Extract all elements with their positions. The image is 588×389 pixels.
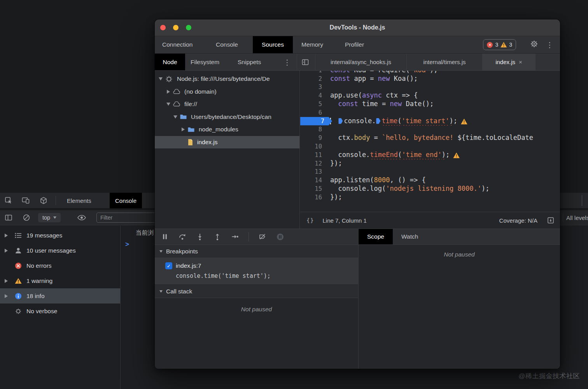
tab-elements[interactable]: Elements [61, 193, 97, 208]
sidebar-item-info[interactable]: 18 info [0, 288, 120, 304]
coverage-status: Coverage: N/A [499, 217, 537, 224]
tab-sources[interactable]: Sources [253, 36, 293, 53]
line-number[interactable]: 8 [300, 126, 327, 133]
code-token: Date(); [402, 100, 434, 108]
line-number[interactable]: 11 [300, 152, 327, 159]
line-number[interactable]: 10 [300, 143, 327, 150]
log-levels-dropdown[interactable]: All levels [566, 215, 588, 221]
close-tab-icon[interactable]: × [519, 59, 522, 65]
line-number[interactable]: 16 [300, 194, 327, 201]
line-number[interactable]: 2 [300, 75, 327, 82]
inline-warning-icon[interactable]: ! [453, 152, 460, 158]
breakpoint-entry[interactable]: ✓ index.js:7 console.time('time start'); [155, 258, 358, 285]
filter-input[interactable] [96, 213, 158, 223]
code-row: 15 console.log('nodejs listening 8000.')… [300, 185, 560, 193]
inline-warning-icon[interactable]: ! [461, 119, 467, 124]
tab-watch[interactable]: Watch [393, 229, 427, 244]
more-tabs-icon[interactable]: ⋮ [284, 58, 291, 66]
pause-script-icon[interactable] [161, 233, 169, 241]
console-sidebar: 19 messages 10 user messages No errors [0, 226, 121, 389]
device-toolbar-icon[interactable] [22, 197, 30, 204]
expand-arrow-icon[interactable] [5, 294, 10, 298]
window-titlebar[interactable]: DevTools - Node.js [155, 19, 560, 36]
tab-node[interactable]: Node [155, 54, 185, 70]
step-into-icon[interactable] [196, 233, 204, 241]
inline-breakpoint-marker[interactable] [338, 118, 343, 124]
navigator-toggle-icon[interactable] [301, 58, 309, 66]
expand-arrow-icon[interactable] [5, 234, 10, 237]
drawer-toggle-icon[interactable] [547, 216, 555, 224]
issues-badge[interactable]: × 3 ! 3 [483, 39, 516, 50]
settings-gear-icon[interactable] [530, 40, 538, 50]
line-number[interactable]: 15 [300, 185, 327, 192]
minimize-button[interactable] [173, 25, 178, 30]
line-number[interactable]: 13 [300, 168, 327, 175]
tab-scope[interactable]: Scope [359, 229, 393, 244]
collapse-arrow-icon[interactable] [173, 115, 178, 119]
expand-arrow-icon[interactable] [5, 279, 10, 283]
expand-arrow-icon[interactable] [5, 249, 10, 253]
line-number[interactable]: 4 [300, 92, 327, 99]
tab-timers-js[interactable]: internal/timers.js [407, 54, 483, 70]
expand-arrow-icon[interactable] [180, 127, 186, 131]
tab-memory[interactable]: Memory [301, 36, 323, 53]
tab-console[interactable]: Console [216, 36, 238, 53]
maximize-button[interactable] [186, 25, 191, 30]
inspect-element-icon[interactable] [5, 197, 12, 204]
tab-async-hooks-js[interactable]: internal/async_hooks.js [315, 54, 407, 70]
tab-index-js[interactable]: index.js × [483, 54, 536, 70]
code-editor[interactable]: 1const Koa = require('koa');2const app =… [300, 71, 560, 212]
line-number[interactable]: 6 [300, 109, 327, 116]
sidebar-item-warnings[interactable]: 1 warning [0, 273, 120, 288]
step-over-icon[interactable] [178, 233, 186, 241]
console-sidebar-toggle-icon[interactable] [5, 214, 12, 222]
collapse-arrow-icon[interactable] [166, 103, 171, 106]
line-number[interactable]: 3 [300, 84, 327, 91]
user-icon [14, 247, 22, 254]
code-row: 4app.use(async ctx => { [300, 91, 560, 100]
tree-item-index-js[interactable]: index.js [155, 136, 299, 149]
tab-snippets[interactable]: Snippets [238, 54, 261, 70]
tab-profiler[interactable]: Profiler [345, 36, 364, 53]
collapse-arrow-icon [159, 250, 163, 253]
sidebar-item-errors[interactable]: No errors [0, 258, 120, 273]
sidebar-item-verbose[interactable]: No verbose [0, 304, 120, 319]
tree-item-node-target[interactable]: Node.js: file:///Users/bytedance/De [155, 73, 299, 85]
more-options-icon[interactable]: ⋮ [546, 40, 553, 49]
line-number[interactable]: 14 [300, 177, 327, 184]
deactivate-breakpoints-icon[interactable] [259, 233, 266, 241]
expand-arrow-icon[interactable] [166, 90, 171, 94]
tab-filesystem[interactable]: Filesystem [191, 54, 219, 70]
breakpoints-section-header[interactable]: Breakpoints [155, 245, 358, 258]
line-number[interactable]: 12 [300, 160, 327, 167]
line-number[interactable]: 1 [300, 71, 327, 74]
line-number[interactable]: 9 [300, 134, 327, 141]
tab-connection[interactable]: Connection [162, 36, 192, 53]
pause-on-exceptions-icon[interactable] [276, 233, 284, 241]
close-button[interactable] [160, 25, 166, 30]
3d-view-icon[interactable] [40, 197, 47, 204]
clear-console-icon[interactable] [23, 214, 30, 222]
sidebar-item-user-messages[interactable]: 10 user messages [0, 243, 120, 258]
tree-item-no-domain[interactable]: (no domain) [155, 85, 299, 98]
code-line: app.use(async ctx => { [327, 91, 560, 100]
code-token: }); [330, 193, 342, 201]
javascript-context-dropdown[interactable]: top [38, 213, 61, 222]
active-line-number[interactable]: 7 [300, 117, 332, 126]
pretty-print-icon[interactable]: {} [306, 217, 314, 223]
step-icon[interactable] [231, 233, 239, 241]
code-token: `hello, bytedance! [382, 134, 457, 141]
live-expression-eye-icon[interactable] [77, 215, 86, 221]
step-out-icon[interactable] [214, 233, 221, 241]
callstack-section-header[interactable]: Call stack [155, 285, 358, 298]
console-chevron-icon[interactable]: > [125, 241, 129, 248]
line-number[interactable]: 5 [300, 101, 327, 108]
sidebar-item-messages[interactable]: 19 messages [0, 228, 120, 243]
tree-item-file-protocol[interactable]: file:// [155, 98, 299, 111]
collapse-arrow-icon[interactable] [158, 77, 163, 80]
breakpoint-checkbox[interactable]: ✓ [165, 262, 172, 269]
tree-item-project-folder[interactable]: Users/bytedance/Desktop/can [155, 111, 299, 124]
inline-breakpoint-marker[interactable] [376, 118, 380, 124]
tab-console[interactable]: Console [110, 193, 142, 208]
tree-item-node-modules[interactable]: node_modules [155, 123, 299, 136]
